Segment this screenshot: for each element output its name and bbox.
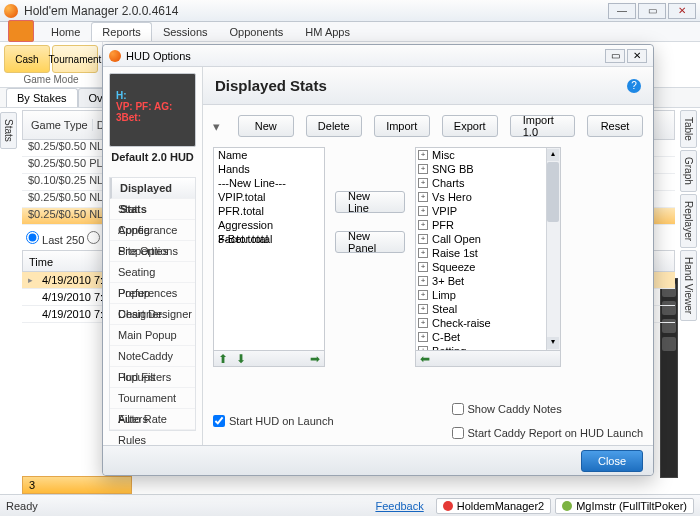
plus-icon[interactable]: + [418,262,428,272]
reset-button[interactable]: Reset [587,115,643,137]
status-hm2[interactable]: HoldemManager2 [436,498,551,514]
scroll-down-icon[interactable]: ▾ [547,337,559,349]
start-caddy-checkbox[interactable]: Start Caddy Report on HUD Launch [452,427,643,439]
sidetab-handviewer[interactable]: Hand Viewer [680,250,697,321]
plus-icon[interactable]: + [418,220,428,230]
new-line-button[interactable]: New Line [335,191,405,213]
move-up-icon[interactable]: ⬆ [214,352,232,366]
nav-seating-preferences[interactable]: Seating Preferences [110,262,195,283]
window-close-button[interactable]: ✕ [668,3,696,19]
nav-notecaddy-popups[interactable]: NoteCaddy Popups [110,346,195,367]
tree-item[interactable]: +Limp [416,288,560,302]
tree-item[interactable]: +Betting [416,344,560,351]
tree-item[interactable]: +Call Open [416,232,560,246]
maximize-button[interactable]: ▭ [638,3,666,19]
tree-item[interactable]: +Steal [416,302,560,316]
status-user[interactable]: MgImstr (FullTiltPoker) [555,498,694,514]
show-caddy-checkbox[interactable]: Show Caddy Notes [452,403,643,415]
plus-icon[interactable]: + [418,304,428,314]
tree-item[interactable]: +Squeeze [416,260,560,274]
move-down-icon[interactable]: ⬇ [232,352,250,366]
nav-stat-appearance[interactable]: Stat Appearance [110,199,195,220]
sidetab-table[interactable]: Table [680,110,697,148]
scroll-up-icon[interactable]: ▴ [547,149,559,161]
nav-tournament-filters[interactable]: Tournament Filters [110,388,195,409]
plus-icon[interactable]: + [418,234,428,244]
dialog-titlebar[interactable]: HUD Options ▭ ✕ [103,45,653,67]
mode-tournament-button[interactable]: Tournament [52,45,98,73]
tab-reports[interactable]: Reports [91,22,152,41]
plus-icon[interactable]: + [418,318,428,328]
list-item[interactable]: PFR.total [214,204,324,218]
plus-icon[interactable]: + [418,150,428,160]
window-title: Hold'em Manager 2.0.0.4614 [24,4,608,18]
move-right-icon[interactable]: ➡ [306,352,324,366]
move-left-icon[interactable]: ⬅ [416,352,434,366]
tab-home[interactable]: Home [40,22,91,41]
page-indicator[interactable]: 3 [22,476,132,494]
tree-item[interactable]: +PFR [416,218,560,232]
start-hud-checkbox[interactable]: Start HUD on Launch [213,403,334,439]
minimize-button[interactable]: — [608,3,636,19]
nav-main-popup[interactable]: Main Popup [110,325,195,346]
mode-cash-button[interactable]: Cash [4,45,50,73]
file-menu-button[interactable] [8,20,34,42]
plus-icon[interactable]: + [418,248,428,258]
updown-spinner[interactable]: ▾ [213,119,226,134]
help-icon[interactable]: ? [627,79,641,93]
tree-item[interactable]: +Check-raise [416,316,560,330]
selected-stats-list[interactable]: Name Hands ---New Line--- VPIP.total PFR… [213,147,325,351]
tab-sessions[interactable]: Sessions [152,22,219,41]
plus-icon[interactable]: + [418,332,428,342]
dialog-maximize-button[interactable]: ▭ [605,49,625,63]
new-button[interactable]: New [238,115,294,137]
tree-item[interactable]: +SNG BB [416,162,560,176]
hud-preview[interactable]: H: VP: PF: AG: 3Bet: [109,73,196,147]
tree-item[interactable]: +Misc [416,148,560,162]
tab-hmapps[interactable]: HM Apps [294,22,361,41]
tree-item[interactable]: +C-Bet [416,330,560,344]
plus-icon[interactable]: + [418,178,428,188]
list-item[interactable]: ---New Line--- [214,176,324,190]
dialog-close-button[interactable]: ✕ [627,49,647,63]
radio-last250[interactable] [26,231,39,244]
list-item[interactable]: Hands [214,162,324,176]
plus-icon[interactable]: + [418,346,428,351]
plus-icon[interactable]: + [418,192,428,202]
export-button[interactable]: Export [442,115,498,137]
radio-last1000[interactable] [87,231,100,244]
list-item[interactable]: VPIP.total [214,190,324,204]
expand-icon[interactable]: ▸ [28,275,38,285]
nav-displayed-stats[interactable]: Displayed Stats [110,178,195,199]
tree-item[interactable]: +VPIP [416,204,560,218]
delete-button[interactable]: Delete [306,115,362,137]
close-button[interactable]: Close [581,450,643,472]
plus-icon[interactable]: + [418,276,428,286]
new-panel-button[interactable]: New Panel [335,231,405,253]
feedback-link[interactable]: Feedback [375,500,423,512]
plus-icon[interactable]: + [418,206,428,216]
tree-item[interactable]: +Raise 1st [416,246,560,260]
scroll-thumb[interactable] [547,162,559,222]
sidetab-replayer[interactable]: Replayer [680,194,697,248]
nav-hud-filters[interactable]: Hud Filters [110,367,195,388]
col-game-type[interactable]: Game Type [27,119,93,131]
subtab-bystakes[interactable]: By Stakes [6,88,78,107]
list-item[interactable]: Name [214,148,324,162]
sidetab-graph[interactable]: Graph [680,150,697,192]
tree-item[interactable]: +Charts [416,176,560,190]
import-button[interactable]: Import [374,115,430,137]
replayer-icon[interactable] [662,337,676,351]
sidetab-stats[interactable]: Stats [0,112,17,149]
nav-auto-rate-rules[interactable]: Auto Rate Rules [110,409,195,430]
tree-item[interactable]: +3+ Bet [416,274,560,288]
nav-chart-designer[interactable]: Chart Designer [110,304,195,325]
tree-item[interactable]: +Vs Hero [416,190,560,204]
plus-icon[interactable]: + [418,164,428,174]
plus-icon[interactable]: + [418,290,428,300]
import10-button[interactable]: Import 1.0 [510,115,575,137]
list-item[interactable]: Aggression Factor.total [214,218,324,232]
nav-site-options[interactable]: Site Options [110,241,195,262]
available-stats-tree[interactable]: +Misc +SNG BB +Charts +Vs Hero +VPIP +PF… [415,147,561,351]
tab-opponents[interactable]: Opponents [219,22,295,41]
